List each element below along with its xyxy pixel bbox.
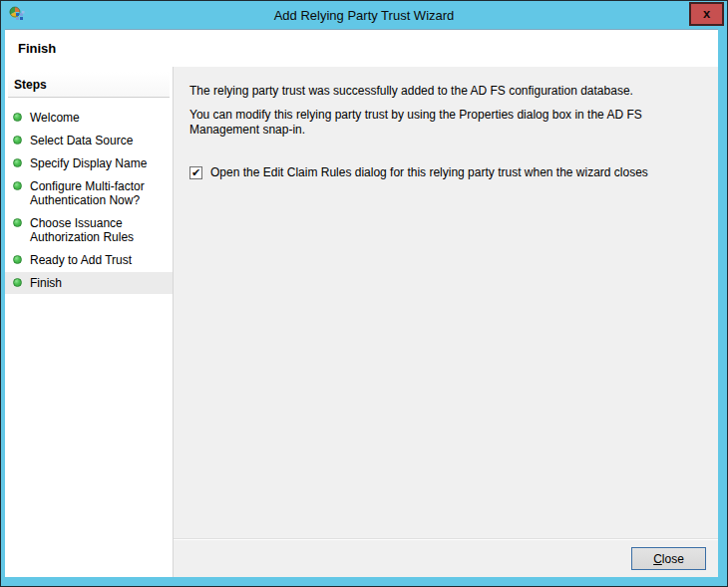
step-complete-icon xyxy=(13,255,22,264)
adfs-app-icon xyxy=(9,6,26,23)
window-title: Add Relying Party Trust Wizard xyxy=(41,8,687,23)
step-label: Select Data Source xyxy=(30,134,133,147)
step-item-configure-mfa[interactable]: Configure Multi-factor Authentication No… xyxy=(5,175,173,211)
step-item-ready-to-add-trust[interactable]: Ready to Add Trust xyxy=(5,249,173,271)
finish-page-text: The relying party trust was successfully… xyxy=(174,67,718,539)
steps-heading: Steps xyxy=(8,72,170,98)
modify-hint-message: You can modify this relying party trust … xyxy=(189,108,700,138)
wizard-page-content: The relying party trust was successfully… xyxy=(174,67,718,577)
open-edit-claim-rules-label[interactable]: Open the Edit Claim Rules dialog for thi… xyxy=(210,165,648,180)
step-label: Welcome xyxy=(30,111,80,125)
step-item-welcome[interactable]: Welcome xyxy=(5,107,173,129)
step-complete-icon xyxy=(13,113,22,122)
checkmark-icon: ✔ xyxy=(191,167,200,178)
step-complete-icon xyxy=(13,136,22,145)
open-edit-claim-rules-checkbox[interactable]: ✔ xyxy=(189,166,202,179)
step-item-finish[interactable]: Finish xyxy=(5,272,173,294)
step-label: Finish xyxy=(30,276,62,290)
wizard-frame: Finish Steps Welcome Select Data Source xyxy=(5,29,718,577)
step-complete-icon xyxy=(13,158,22,167)
step-item-specify-display-name[interactable]: Specify Display Name xyxy=(5,152,173,174)
page-title: Finish xyxy=(18,41,56,56)
success-message: The relying party trust was successfully… xyxy=(189,84,700,99)
window-close-button[interactable]: x xyxy=(689,2,724,26)
titlebar[interactable]: Add Relying Party Trust Wizard x xyxy=(1,1,727,29)
step-item-choose-issuance-rules[interactable]: Choose Issuance Authorization Rules xyxy=(5,212,173,248)
step-label: Choose Issuance Authorization Rules xyxy=(30,216,134,244)
step-complete-icon xyxy=(13,181,22,190)
page-header: Finish xyxy=(5,30,718,67)
steps-list: Welcome Select Data Source Specify Displ… xyxy=(5,107,173,294)
step-label: Ready to Add Trust xyxy=(30,253,132,267)
wizard-footer: Close xyxy=(174,539,718,577)
steps-sidebar: Steps Welcome Select Data Source Specify… xyxy=(5,67,174,577)
checkbox-row: ✔ Open the Edit Claim Rules dialog for t… xyxy=(189,165,700,180)
close-button[interactable]: Close xyxy=(631,547,706,570)
step-label: Configure Multi-factor Authentication No… xyxy=(30,179,145,207)
wizard-body: Steps Welcome Select Data Source Specify… xyxy=(5,67,718,577)
step-complete-icon xyxy=(13,278,22,287)
step-item-select-data-source[interactable]: Select Data Source xyxy=(5,130,173,151)
wizard-window: Add Relying Party Trust Wizard x Finish … xyxy=(0,0,728,587)
step-complete-icon xyxy=(13,218,22,227)
step-label: Specify Display Name xyxy=(30,156,147,170)
